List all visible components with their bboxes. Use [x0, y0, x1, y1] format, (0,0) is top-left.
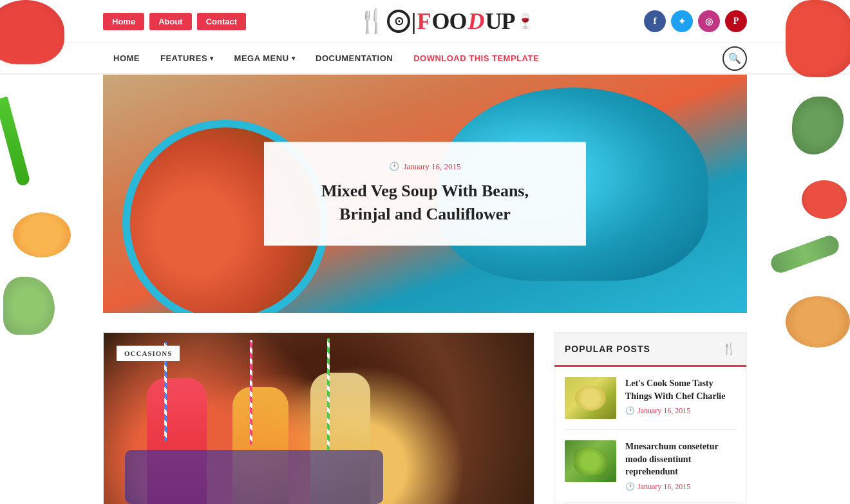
hero-date: 🕐 January 16, 2015 — [296, 162, 554, 172]
blueberry-pile — [125, 450, 383, 504]
content-area: OCCASIONS POPULAR POSTS 🍴 Let's Cook Som… — [0, 313, 850, 504]
instagram-icon[interactable]: ◎ — [698, 10, 720, 32]
fork-icon: 🍴 — [357, 8, 386, 35]
straw-3 — [327, 338, 330, 450]
twitter-icon[interactable]: ✦ — [671, 10, 693, 32]
utensil-icon: 🍴 — [722, 342, 736, 356]
nav-documentation[interactable]: DOCUMENTATION — [305, 43, 403, 73]
popular-posts-widget: POPULAR POSTS 🍴 Let's Cook Some Tasty Th… — [554, 332, 747, 503]
post-date-1: 🕐 January 16, 2015 — [625, 406, 736, 416]
sidebar: POPULAR POSTS 🍴 Let's Cook Some Tasty Th… — [554, 332, 747, 504]
nav-home[interactable]: HOME — [103, 43, 150, 73]
nav-download[interactable]: DOWNLOAD THIS TEMPLATE — [403, 43, 549, 73]
clock-icon-2: 🕐 — [625, 482, 635, 492]
tomato2-decoration — [802, 180, 847, 219]
popular-post-1[interactable]: Let's Cook Some Tasty Things With Chef C… — [565, 367, 736, 430]
pinterest-letter: P — [733, 16, 739, 26]
top-bar: Home About Contact 🍴 ⊙ | F OO D UP 🍷 f ✦… — [0, 0, 850, 43]
contact-button[interactable]: Contact — [197, 13, 246, 30]
nav-mega-menu[interactable]: MEGA MENU ▾ — [224, 43, 305, 73]
popular-posts-header: POPULAR POSTS 🍴 — [554, 333, 746, 367]
thumb-food-1 — [575, 386, 606, 411]
facebook-letter: f — [654, 16, 657, 26]
wine-icon: 🍷 — [516, 13, 533, 30]
features-label: FEATURES — [160, 53, 207, 63]
straw-2 — [250, 340, 252, 444]
main-nav: HOME FEATURES ▾ MEGA MENU ▾ DOCUMENTATIO… — [0, 43, 850, 75]
chili-decoration — [0, 97, 31, 187]
post-date-2: 🕐 January 16, 2015 — [625, 482, 736, 492]
hero-date-text: January 16, 2015 — [403, 162, 460, 172]
popular-posts-title: POPULAR POSTS — [565, 344, 650, 354]
cucumber-decoration — [768, 233, 842, 275]
post-info-1: Let's Cook Some Tasty Things With Chef C… — [625, 377, 736, 419]
twitter-letter: ✦ — [678, 16, 686, 27]
hero-card: 🕐 January 16, 2015 Mixed Veg Soup With B… — [264, 142, 586, 246]
logo-d: D — [468, 8, 484, 35]
search-button[interactable]: 🔍 — [722, 46, 747, 71]
features-chevron-icon: ▾ — [210, 55, 214, 62]
logo-separator: | — [411, 8, 416, 35]
broccoli-decoration — [792, 97, 844, 154]
social-links: f ✦ ◎ P — [644, 10, 747, 32]
orange-decoration — [13, 212, 71, 257]
facebook-icon[interactable]: f — [644, 10, 666, 32]
post-title-2: Mnesarchum consetetur modo dissentiunt r… — [625, 440, 736, 478]
pinterest-icon[interactable]: P — [725, 10, 747, 32]
mega-menu-label: MEGA MENU — [234, 53, 289, 63]
mega-menu-chevron-icon: ▾ — [292, 55, 296, 62]
main-nav-links: HOME FEATURES ▾ MEGA MENU ▾ DOCUMENTATIO… — [103, 43, 549, 73]
top-nav: Home About Contact — [103, 13, 246, 30]
logo-oo: OO — [431, 8, 466, 35]
thumb-food-2 — [574, 447, 607, 474]
featured-card: OCCASIONS — [103, 332, 534, 504]
post-thumbnail-1 — [565, 377, 616, 419]
hero-title[interactable]: Mixed Veg Soup With Beans, Brinjal and C… — [296, 180, 554, 227]
instagram-letter: ◎ — [705, 16, 713, 27]
search-icon: 🔍 — [728, 52, 741, 64]
home-button[interactable]: Home — [103, 13, 144, 30]
logo-f: F — [417, 8, 430, 35]
logo-circle: ⊙ — [387, 10, 410, 33]
clock-icon: 🕐 — [389, 162, 399, 172]
logo-up: UP — [486, 8, 515, 35]
hero-section[interactable]: 🕐 January 16, 2015 Mixed Veg Soup With B… — [103, 75, 747, 313]
main-content: OCCASIONS — [103, 332, 534, 504]
post-date-text-1: January 16, 2015 — [638, 406, 690, 416]
popular-post-2[interactable]: Mnesarchum consetetur modo dissentiunt r… — [565, 430, 736, 503]
occasions-badge: OCCASIONS — [117, 346, 180, 361]
featured-image: OCCASIONS — [104, 333, 534, 504]
about-button[interactable]: About — [149, 13, 192, 30]
post-title-1: Let's Cook Some Tasty Things With Chef C… — [625, 377, 736, 402]
site-logo[interactable]: 🍴 ⊙ | F OO D UP 🍷 — [357, 8, 533, 35]
clock-icon-1: 🕐 — [625, 406, 635, 416]
popular-posts-list: Let's Cook Some Tasty Things With Chef C… — [554, 367, 746, 503]
post-thumbnail-2 — [565, 440, 616, 482]
nav-features[interactable]: FEATURES ▾ — [150, 43, 224, 73]
post-date-text-2: January 16, 2015 — [638, 482, 690, 492]
post-info-2: Mnesarchum consetetur modo dissentiunt r… — [625, 440, 736, 492]
